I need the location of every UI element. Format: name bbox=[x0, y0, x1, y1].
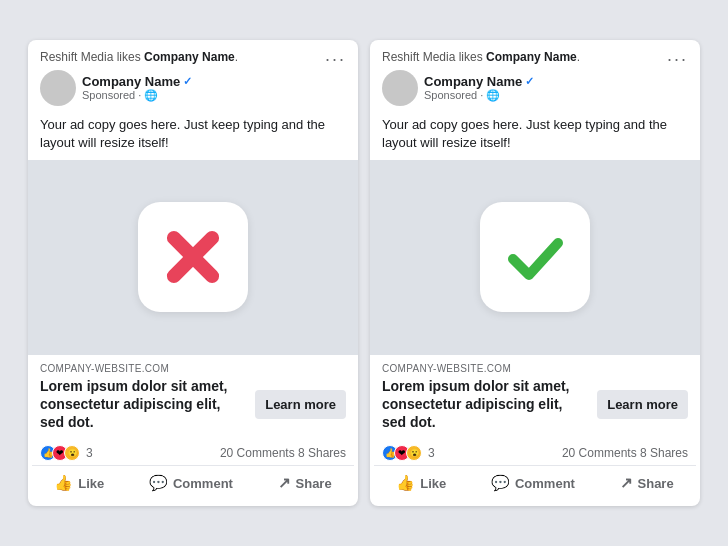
more-options-button[interactable]: ··· bbox=[667, 50, 688, 68]
share-button[interactable]: ↗Share bbox=[606, 468, 688, 498]
website-url: COMPANY-WEBSITE.COM bbox=[40, 363, 346, 374]
comment-button[interactable]: 💬Comment bbox=[135, 468, 247, 498]
reactions-row: 👍❤😮320 Comments 8 Shares bbox=[28, 439, 358, 465]
company-name: Company Name ✓ bbox=[424, 74, 534, 89]
card-right: Reshift Media likes Company Name.Company… bbox=[370, 40, 700, 507]
page-container: Reshift Media likes Company Name.Company… bbox=[0, 20, 728, 527]
card-footer-info: COMPANY-WEBSITE.COMLorem ipsum dolor sit… bbox=[370, 355, 700, 440]
share-label: Share bbox=[638, 476, 674, 491]
learn-more-button[interactable]: Learn more bbox=[597, 390, 688, 419]
comments-shares-count: 20 Comments 8 Shares bbox=[562, 446, 688, 460]
comments-shares-count: 20 Comments 8 Shares bbox=[220, 446, 346, 460]
icon-card bbox=[480, 202, 590, 312]
emoji-circles: 👍❤😮 bbox=[382, 445, 422, 461]
reaction-emoji: 😮 bbox=[406, 445, 422, 461]
check-icon bbox=[503, 225, 568, 290]
icon-card bbox=[138, 202, 248, 312]
ad-image-area bbox=[370, 160, 700, 355]
reactions-count: 3 bbox=[86, 446, 93, 460]
like-label: Like bbox=[420, 476, 446, 491]
card-header: Reshift Media likes Company Name.Company… bbox=[370, 40, 700, 112]
comment-button[interactable]: 💬Comment bbox=[477, 468, 589, 498]
like-icon: 👍 bbox=[396, 474, 415, 492]
comment-label: Comment bbox=[173, 476, 233, 491]
more-options-button[interactable]: ··· bbox=[325, 50, 346, 68]
share-button[interactable]: ↗Share bbox=[264, 468, 346, 498]
like-label: Like bbox=[78, 476, 104, 491]
share-icon: ↗ bbox=[278, 474, 291, 492]
header-meta: Company Name ✓Sponsored · 🌐 bbox=[40, 70, 325, 106]
website-url: COMPANY-WEBSITE.COM bbox=[382, 363, 688, 374]
company-name: Company Name ✓ bbox=[82, 74, 192, 89]
header-top-text: Reshift Media likes Company Name. bbox=[382, 50, 667, 64]
avatar bbox=[40, 70, 76, 106]
globe-icon: 🌐 bbox=[486, 89, 500, 102]
sponsored-row: Sponsored · 🌐 bbox=[424, 89, 534, 102]
like-button[interactable]: 👍Like bbox=[40, 468, 118, 498]
lorem-text: Lorem ipsum dolor sit amet, consectetur … bbox=[382, 377, 589, 432]
comment-icon: 💬 bbox=[149, 474, 168, 492]
card-header: Reshift Media likes Company Name.Company… bbox=[28, 40, 358, 112]
share-icon: ↗ bbox=[620, 474, 633, 492]
emoji-circles: 👍❤😮 bbox=[40, 445, 80, 461]
avatar bbox=[382, 70, 418, 106]
card-left: Reshift Media likes Company Name.Company… bbox=[28, 40, 358, 507]
action-row: 👍Like💬Comment↗Share bbox=[374, 465, 696, 506]
globe-icon: 🌐 bbox=[144, 89, 158, 102]
header-meta: Company Name ✓Sponsored · 🌐 bbox=[382, 70, 667, 106]
card-footer-info: COMPANY-WEBSITE.COMLorem ipsum dolor sit… bbox=[28, 355, 358, 440]
comment-label: Comment bbox=[515, 476, 575, 491]
reactions-count: 3 bbox=[428, 446, 435, 460]
verified-icon: ✓ bbox=[183, 75, 192, 88]
like-button[interactable]: 👍Like bbox=[382, 468, 460, 498]
like-icon: 👍 bbox=[54, 474, 73, 492]
reactions-row: 👍❤😮320 Comments 8 Shares bbox=[370, 439, 700, 465]
share-label: Share bbox=[296, 476, 332, 491]
sponsored-label: Sponsored bbox=[82, 89, 135, 101]
cross-icon bbox=[162, 226, 224, 288]
learn-more-button[interactable]: Learn more bbox=[255, 390, 346, 419]
lorem-text: Lorem ipsum dolor sit amet, consectetur … bbox=[40, 377, 247, 432]
ad-image-area bbox=[28, 160, 358, 355]
sponsored-label: Sponsored bbox=[424, 89, 477, 101]
reaction-emoji: 😮 bbox=[64, 445, 80, 461]
ad-body-text: Your ad copy goes here. Just keep typing… bbox=[370, 112, 700, 160]
ad-body-text: Your ad copy goes here. Just keep typing… bbox=[28, 112, 358, 160]
header-top-text: Reshift Media likes Company Name. bbox=[40, 50, 325, 64]
action-row: 👍Like💬Comment↗Share bbox=[32, 465, 354, 506]
verified-icon: ✓ bbox=[525, 75, 534, 88]
sponsored-row: Sponsored · 🌐 bbox=[82, 89, 192, 102]
comment-icon: 💬 bbox=[491, 474, 510, 492]
